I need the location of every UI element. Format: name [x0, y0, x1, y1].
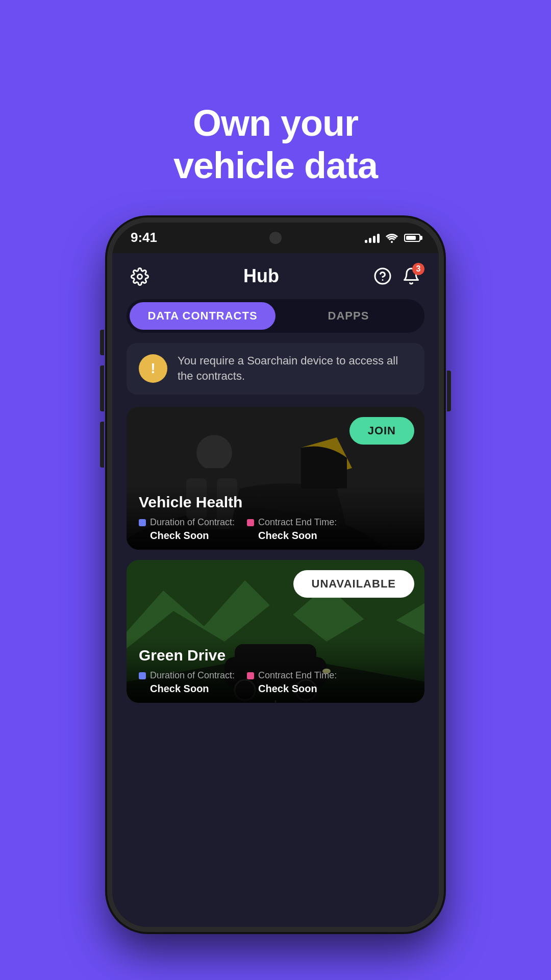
settings-icon[interactable]: [131, 266, 149, 286]
tabs-container: DATA CONTRACTS DAPPS: [112, 295, 439, 343]
green-end-time-dot: [247, 672, 254, 679]
svg-point-0: [391, 241, 393, 243]
volume-down-button: [100, 422, 104, 468]
contract-card-vehicle-health: Vehicle Health Duration of Contract: Che…: [127, 407, 424, 550]
warning-message: You require a Soarchain device to access…: [178, 353, 412, 385]
volume-silent-button: [100, 330, 104, 355]
green-duration-value: Check Soon: [139, 683, 235, 695]
duration-item: Duration of Contract: Check Soon: [139, 517, 235, 542]
help-icon[interactable]: [373, 267, 392, 285]
warning-banner: ! You require a Soarchain device to acce…: [127, 343, 424, 395]
end-time-item: Contract End Time: Check Soon: [247, 517, 337, 542]
status-bar: 9:41: [112, 223, 439, 253]
hero-text: Own your vehicle data: [173, 51, 378, 187]
power-button: [447, 371, 451, 411]
camera-notch: [269, 232, 282, 244]
contract-card-green-drive: Green Drive Duration of Contract: Check …: [127, 560, 424, 703]
card-vehicle-health-meta: Duration of Contract: Check Soon Contrac…: [139, 517, 412, 542]
unavailable-button[interactable]: UNAVAILABLE: [293, 570, 414, 598]
card-vehicle-health-title: Vehicle Health: [139, 494, 412, 511]
wifi-icon: [386, 232, 398, 243]
green-end-time-label: Contract End Time:: [258, 670, 337, 681]
top-nav: Hub: [112, 253, 439, 295]
card-green-drive-meta: Duration of Contract: Check Soon Contrac…: [139, 670, 412, 695]
green-end-time-item: Contract End Time: Check Soon: [247, 670, 337, 695]
nav-right-icons: 3: [373, 267, 420, 285]
duration-label: Duration of Contract:: [150, 517, 235, 528]
duration-dot: [139, 519, 146, 526]
green-end-time-value: Check Soon: [247, 683, 337, 695]
svg-point-1: [138, 274, 142, 279]
signal-icon: [365, 233, 380, 243]
status-time: 9:41: [131, 230, 157, 246]
green-duration-item: Duration of Contract: Check Soon: [139, 670, 235, 695]
notification-wrapper[interactable]: 3: [402, 267, 420, 285]
status-icons: [365, 232, 420, 243]
svg-point-6: [196, 435, 232, 471]
end-time-value: Check Soon: [247, 530, 337, 542]
card-green-drive-title: Green Drive: [139, 647, 412, 664]
hero-line2: vehicle data: [173, 145, 378, 186]
card-vehicle-health-overlay: Vehicle Health Duration of Contract: Che…: [127, 483, 424, 550]
tab-data-contracts[interactable]: DATA CONTRACTS: [130, 302, 276, 330]
tab-dapps[interactable]: DAPPS: [276, 302, 421, 330]
page-title: Hub: [243, 265, 279, 287]
join-button[interactable]: JOIN: [349, 417, 414, 445]
contracts-list: Vehicle Health Duration of Contract: Che…: [112, 407, 439, 926]
duration-value: Check Soon: [139, 530, 235, 542]
phone-device: 9:41: [107, 217, 444, 932]
hero-line1: Own your: [193, 103, 358, 143]
end-time-dot: [247, 519, 254, 526]
battery-icon: [404, 234, 420, 242]
phone-shell: 9:41: [107, 217, 444, 932]
card-green-drive-overlay: Green Drive Duration of Contract: Check …: [127, 636, 424, 703]
tabs-background: DATA CONTRACTS DAPPS: [127, 299, 424, 333]
warning-icon: !: [139, 354, 167, 383]
notification-badge: 3: [412, 263, 424, 275]
end-time-label: Contract End Time:: [258, 517, 337, 528]
volume-up-button: [100, 365, 104, 411]
green-duration-dot: [139, 672, 146, 679]
green-duration-label: Duration of Contract:: [150, 670, 235, 681]
phone-content: Hub: [112, 253, 439, 927]
